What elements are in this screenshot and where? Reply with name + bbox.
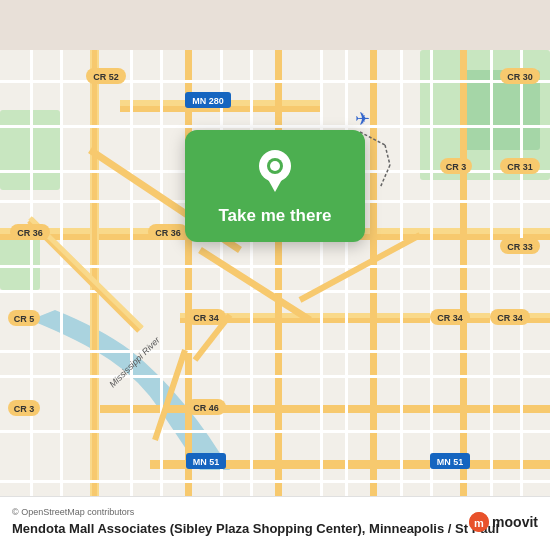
svg-text:CR 34: CR 34 bbox=[497, 313, 523, 323]
svg-rect-27 bbox=[0, 430, 550, 433]
take-me-there-label: Take me there bbox=[218, 206, 331, 226]
svg-rect-35 bbox=[320, 50, 323, 500]
action-card[interactable]: Take me there bbox=[185, 130, 365, 242]
svg-marker-89 bbox=[265, 174, 285, 192]
svg-rect-38 bbox=[430, 50, 433, 500]
svg-text:CR 36: CR 36 bbox=[155, 228, 181, 238]
svg-rect-37 bbox=[400, 50, 403, 500]
map-attribution: © OpenStreetMap contributors bbox=[12, 507, 538, 517]
svg-rect-19 bbox=[0, 80, 550, 83]
svg-text:✈: ✈ bbox=[355, 109, 370, 129]
info-panel: © OpenStreetMap contributors Mendota Mal… bbox=[0, 496, 550, 550]
svg-text:MN 280: MN 280 bbox=[192, 96, 224, 106]
moovit-text: moovit bbox=[492, 514, 538, 530]
svg-text:CR 30: CR 30 bbox=[507, 72, 533, 82]
svg-text:CR 5: CR 5 bbox=[14, 314, 35, 324]
svg-rect-34 bbox=[250, 50, 253, 500]
svg-text:CR 34: CR 34 bbox=[437, 313, 463, 323]
svg-text:CR 3: CR 3 bbox=[446, 162, 467, 172]
svg-rect-40 bbox=[520, 50, 523, 500]
location-name: Mendota Mall Associates (Sibley Plaza Sh… bbox=[12, 521, 538, 538]
svg-rect-31 bbox=[130, 50, 133, 500]
map-svg: CR 52 MN 280 CR 30 CR 36 CR 3 CR 31 CR 3… bbox=[0, 0, 550, 550]
svg-rect-26 bbox=[0, 375, 550, 378]
svg-text:CR 33: CR 33 bbox=[507, 242, 533, 252]
moovit-icon: m bbox=[469, 512, 489, 532]
map-container: CR 52 MN 280 CR 30 CR 36 CR 3 CR 31 CR 3… bbox=[0, 0, 550, 550]
svg-rect-20 bbox=[0, 125, 550, 128]
svg-rect-25 bbox=[0, 350, 550, 353]
svg-text:CR 36: CR 36 bbox=[17, 228, 43, 238]
svg-point-90 bbox=[270, 161, 280, 171]
svg-text:m: m bbox=[474, 517, 484, 529]
svg-rect-24 bbox=[0, 290, 550, 293]
moovit-logo: m moovit bbox=[469, 512, 538, 532]
svg-text:CR 34: CR 34 bbox=[193, 313, 219, 323]
svg-rect-39 bbox=[490, 50, 493, 500]
svg-text:MN 51: MN 51 bbox=[193, 457, 220, 467]
svg-text:CR 3: CR 3 bbox=[14, 404, 35, 414]
location-pin-icon bbox=[257, 150, 293, 198]
svg-rect-29 bbox=[30, 50, 33, 500]
svg-rect-28 bbox=[0, 480, 550, 483]
svg-text:MN 51: MN 51 bbox=[437, 457, 464, 467]
svg-rect-30 bbox=[60, 50, 63, 500]
svg-text:CR 31: CR 31 bbox=[507, 162, 533, 172]
svg-text:CR 52: CR 52 bbox=[93, 72, 119, 82]
svg-rect-33 bbox=[220, 50, 223, 500]
svg-text:CR 46: CR 46 bbox=[193, 403, 219, 413]
